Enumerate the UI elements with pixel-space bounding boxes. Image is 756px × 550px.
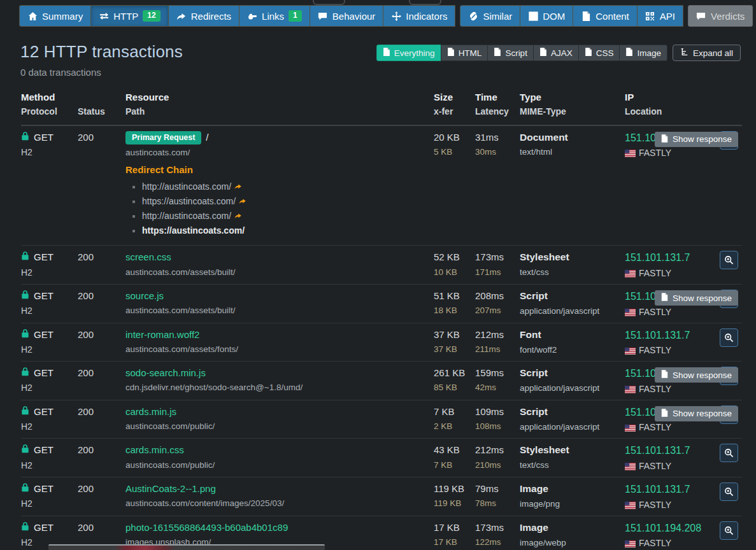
- tab-links[interactable]: Links1: [239, 5, 310, 27]
- status-code: 200: [78, 444, 125, 456]
- filter-everything[interactable]: Everything: [376, 45, 441, 61]
- lock-icon: [21, 131, 29, 144]
- table-row: GETH2200cards.min.cssaustincoats.com/pub…: [21, 439, 742, 477]
- redirect-chain-item: https://austincoats.com/: [142, 194, 434, 209]
- resource-path: cdn.jsdelivr.net/ghost/sodo-search@~1.8/…: [125, 382, 434, 393]
- type-cell: Fontfont/woff2: [520, 328, 625, 356]
- tab-api[interactable]: API: [637, 5, 683, 27]
- status-code: 200: [78, 251, 125, 264]
- tab-label: Verdicts: [711, 11, 745, 22]
- protocol-label: H2: [21, 421, 78, 432]
- filter-html[interactable]: HTML: [441, 45, 489, 61]
- status-cell: 200: [78, 367, 125, 394]
- us-flag-icon: [625, 462, 636, 470]
- tab-redirects[interactable]: Redirects: [168, 5, 239, 27]
- ip-link[interactable]: 151.101.131.7: [625, 251, 690, 265]
- tab-similar[interactable]: Similar: [460, 5, 520, 27]
- ip-cell: 151.101.131.7FASTLY: [625, 131, 714, 240]
- expand-all-button[interactable]: Expand all: [673, 45, 741, 61]
- latency-value: 207ms: [475, 305, 520, 316]
- resource-link[interactable]: inter-roman.woff2: [125, 328, 199, 341]
- size-value: 20 KB: [434, 131, 475, 144]
- tab-behaviour[interactable]: Behaviour: [310, 5, 384, 27]
- time-cell: 109ms108ms: [475, 405, 520, 433]
- file-icon: [383, 48, 390, 58]
- inspect-response-button[interactable]: [720, 328, 738, 347]
- inspect-response-button[interactable]: [720, 444, 738, 462]
- filter-ajax[interactable]: AJAX: [533, 45, 579, 61]
- location-label: FASTLY: [639, 538, 671, 548]
- inspect-response-button[interactable]: [720, 483, 738, 501]
- lock-icon: [21, 328, 29, 341]
- tab-label: Content: [596, 11, 629, 22]
- location-line: FASTLY: [625, 148, 714, 158]
- resource-link[interactable]: source.js: [125, 290, 164, 302]
- status-cell: 200: [78, 290, 125, 317]
- protocol-label: H2: [21, 146, 78, 158]
- show-response-button[interactable]: Show response: [655, 406, 738, 421]
- resource-link[interactable]: sodo-search.min.js: [125, 367, 206, 379]
- tab-bar: SummaryHTTP12RedirectsLinks1BehaviourInd…: [19, 5, 756, 27]
- filter-label: Image: [637, 48, 661, 58]
- redirect-url: https://austincoats.com/: [142, 225, 245, 236]
- location-line: FASTLY: [625, 422, 714, 432]
- ip-link[interactable]: 151.101.131.7: [625, 444, 690, 458]
- resource-link[interactable]: cards.min.css: [125, 444, 184, 456]
- ip-link[interactable]: 151.101.194.208: [625, 521, 701, 535]
- tab-content[interactable]: Content: [573, 5, 638, 27]
- exchange-icon: [99, 11, 109, 21]
- mime-value: application/javascript: [520, 421, 625, 433]
- ip-link[interactable]: 151.101.131.7: [625, 483, 690, 497]
- tab-verdicts[interactable]: Verdicts: [688, 5, 753, 27]
- xfer-value: 18 KB: [434, 305, 475, 316]
- show-response-label: Show response: [673, 293, 732, 303]
- time-value: 212ms: [475, 328, 520, 341]
- col-method: Method: [21, 90, 78, 105]
- tab-dom[interactable]: DOM: [520, 5, 573, 27]
- filter-script[interactable]: Script: [487, 45, 534, 61]
- redirect-chain: Redirect Chainhttp://austincoats.com/htt…: [125, 164, 434, 238]
- location-line: FASTLY: [625, 461, 714, 471]
- type-cell: Stylesheettext/css: [520, 251, 625, 278]
- inspect-response-button[interactable]: [720, 251, 738, 269]
- inspect-response-button[interactable]: [720, 521, 738, 540]
- table-row: GETH2200AustinCoats-2--1.pngaustincoats.…: [21, 477, 742, 516]
- location-line: FASTLY: [625, 538, 714, 548]
- location-line: FASTLY: [625, 307, 714, 317]
- tab-summary[interactable]: Summary: [19, 5, 91, 27]
- file-icon: [661, 134, 668, 145]
- status-code: 200: [78, 290, 125, 302]
- redirect-url: http://austincoats.com/: [142, 181, 231, 192]
- tab-label: API: [660, 11, 675, 22]
- filter-label: AJAX: [551, 48, 573, 58]
- filter-image[interactable]: Image: [619, 45, 667, 61]
- col-type: Type: [520, 90, 625, 105]
- resource-path: austincoats.com/assets/built/: [125, 305, 434, 316]
- latency-value: 30ms: [475, 146, 520, 158]
- show-response-label: Show response: [673, 134, 732, 144]
- time-cell: 173ms171ms: [475, 251, 520, 278]
- tab-label: DOM: [543, 11, 565, 22]
- latency-value: 42ms: [475, 382, 520, 393]
- file-icon: [494, 48, 501, 58]
- show-response-button[interactable]: Show response: [655, 367, 738, 383]
- method-label: GET: [34, 131, 53, 144]
- location-label: FASTLY: [639, 384, 671, 394]
- hand-point-icon: [247, 11, 257, 21]
- time-value: 173ms: [475, 521, 520, 534]
- lock-icon: [21, 251, 29, 264]
- table-row: GETH2200sodo-search.min.jscdn.jsdelivr.n…: [21, 362, 742, 400]
- tab-label: Links: [262, 11, 284, 22]
- resource-link[interactable]: cards.min.js: [125, 405, 176, 418]
- tab-http[interactable]: HTTP12: [90, 5, 169, 27]
- resource-link[interactable]: screen.css: [125, 251, 171, 264]
- xfer-value: 85 KB: [434, 382, 475, 393]
- show-response-button[interactable]: Show response: [655, 290, 738, 306]
- show-response-button[interactable]: Show response: [655, 132, 738, 147]
- resource-link[interactable]: AustinCoats-2--1.png: [125, 483, 216, 495]
- resource-link[interactable]: photo-1615568864493-b60ab4b01c89: [125, 521, 288, 534]
- tab-indicators[interactable]: Indicators: [383, 5, 455, 27]
- filter-css[interactable]: CSS: [578, 45, 620, 61]
- size-value: 7 KB: [434, 405, 475, 418]
- ip-link[interactable]: 151.101.131.7: [625, 328, 690, 342]
